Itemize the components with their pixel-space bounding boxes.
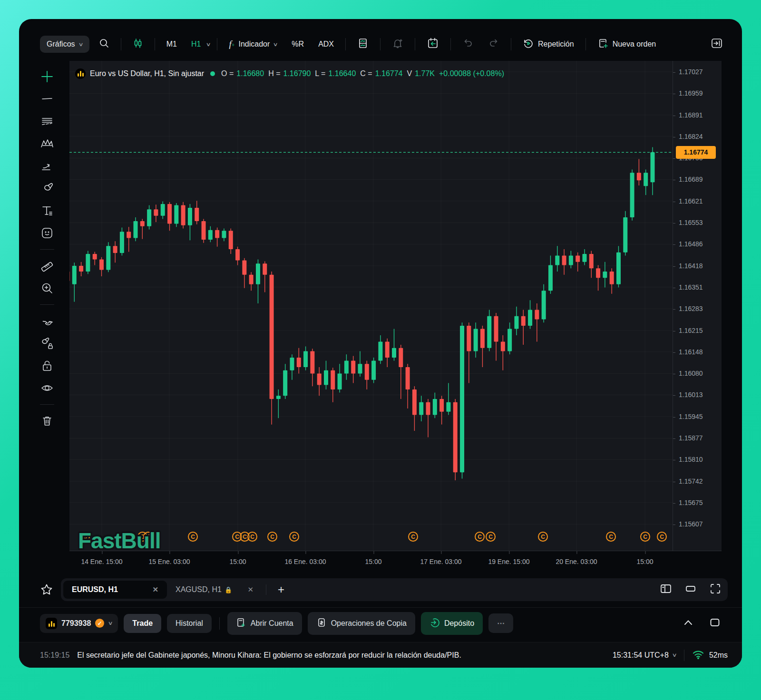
chart-type-button[interactable]	[128, 34, 148, 54]
text-tool[interactable]	[40, 204, 54, 218]
economic-calendar-button[interactable]	[422, 33, 444, 55]
indicator-adx-button[interactable]: ADX	[313, 36, 339, 52]
price-tick: 1.15945	[679, 413, 703, 420]
more-button[interactable]: ⋯	[488, 613, 513, 633]
adx-label: ADX	[318, 40, 334, 49]
price-tick: 1.16486	[679, 240, 703, 248]
account-bar: 7793938 ✓ ∨ Trade Historial Abrir Cuenta…	[19, 607, 742, 639]
window-mode-button[interactable]	[684, 583, 697, 597]
forecast-arrow-tool[interactable]	[40, 159, 54, 173]
zoom-in-tool[interactable]	[40, 281, 54, 295]
brush-tool[interactable]	[40, 181, 54, 195]
favorites-button[interactable]	[40, 583, 61, 596]
price-axis[interactable]: 1.170271.169591.168911.168241.167561.166…	[673, 61, 722, 551]
chevron-down-icon: ∨	[108, 620, 113, 626]
tab-xagusd[interactable]: XAGUSD, H1🔒 ✕	[167, 581, 262, 599]
toolbar-separator	[345, 38, 346, 50]
draw-lock-tool[interactable]	[40, 336, 54, 350]
function-icon: f+	[229, 39, 234, 49]
time-tick: 14 Ene. 15:00	[81, 558, 122, 565]
replay-button[interactable]: Repetición	[518, 34, 579, 55]
visibility-tool[interactable]	[40, 381, 54, 395]
lock-tool[interactable]	[40, 359, 54, 373]
close-icon[interactable]: ✕	[152, 585, 158, 594]
trade-button[interactable]: Trade	[124, 614, 161, 633]
chart-canvas[interactable]	[69, 61, 673, 551]
collapse-bar-button[interactable]	[682, 616, 694, 631]
toolbar-separator	[585, 38, 586, 50]
price-tick: 1.16959	[679, 89, 703, 97]
price-tick: 1.16148	[679, 348, 703, 356]
fullscreen-button[interactable]	[709, 583, 722, 597]
time-tick: 15 Ene. 03:00	[148, 558, 190, 565]
trend-line-tool[interactable]	[40, 92, 54, 106]
timeframe-m1-button[interactable]: M1	[162, 36, 182, 52]
indicator-label: Indicador	[238, 40, 270, 49]
open-account-button[interactable]: Abrir Cuenta	[227, 612, 302, 635]
price-tick: 1.15810	[679, 456, 703, 463]
magnet-tool[interactable]	[40, 314, 54, 328]
price-tick: 1.15742	[679, 477, 703, 485]
wifi-icon	[692, 649, 704, 661]
news-headline[interactable]: El secretario jefe del Gabinete japonés,…	[77, 651, 461, 660]
ruler-tool[interactable]	[40, 259, 54, 273]
deposit-button[interactable]: Depósito	[421, 612, 483, 635]
price-tick: 1.16689	[679, 175, 703, 183]
redo-button[interactable]	[483, 34, 504, 55]
tab-eurusd-label: EURUSD, H1	[72, 585, 118, 594]
emoji-tool[interactable]	[40, 226, 54, 240]
timeframe-m1-label: M1	[166, 40, 177, 49]
delete-tool[interactable]	[40, 414, 54, 428]
candlestick-plot[interactable]: Euro vs US Dollar, H1, Sin ajustar O =1.…	[69, 61, 673, 551]
history-button[interactable]: Historial	[167, 614, 212, 633]
low-value: L =1.16640	[315, 69, 356, 78]
pattern-tool[interactable]	[40, 136, 54, 151]
open-account-icon	[236, 617, 246, 630]
connection-status: 52ms	[692, 649, 728, 661]
indicator-button[interactable]: f+ Indicador ∨	[224, 35, 282, 53]
alert-button[interactable]	[387, 34, 408, 55]
account-selector[interactable]: 7793938 ✓ ∨	[40, 614, 118, 633]
time-tick: 15:00	[229, 558, 246, 565]
new-order-button[interactable]: Nueva orden	[593, 34, 661, 55]
chevron-down-icon[interactable]: ∨	[206, 41, 211, 48]
collapse-panel-button[interactable]	[706, 33, 728, 55]
indicator-wpr-button[interactable]: %R	[287, 36, 309, 52]
copyright-icon: C	[475, 532, 485, 542]
toolbar-separator	[121, 38, 121, 50]
template-icon	[357, 38, 369, 51]
copyright-icon: C	[657, 532, 667, 542]
charts-menu-button[interactable]: Gráficos ∨	[40, 36, 89, 53]
undo-button[interactable]	[458, 34, 478, 55]
star-icon	[42, 585, 52, 594]
price-tick: 1.15607	[679, 520, 703, 528]
layout-split-button[interactable]	[660, 583, 672, 597]
tools-separator	[40, 404, 54, 405]
time-axis[interactable]: 14 Ene. 15:0015 Ene. 03:0015:0016 Ene. 0…	[69, 551, 728, 574]
account-id: 7793938	[61, 619, 91, 628]
symbol-title[interactable]: Euro vs US Dollar, H1, Sin ajustar	[90, 69, 204, 78]
chevron-down-icon: ∨	[78, 41, 83, 48]
last-price-label: 1.16774	[676, 146, 716, 159]
calendar-arrow-icon	[427, 37, 439, 51]
server-clock[interactable]: 15:31:54 UTC+8 ∨	[613, 651, 676, 660]
drawing-toolbar	[40, 61, 69, 574]
fib-lines-tool[interactable]	[40, 114, 54, 128]
crosshair-tool[interactable]	[40, 69, 54, 84]
add-tab-button[interactable]: +	[270, 583, 292, 596]
toolbar-separator	[415, 38, 415, 50]
tabs-separator	[266, 584, 266, 595]
price-tick: 1.16418	[679, 262, 703, 270]
tab-xagusd-label: XAGUSD, H1🔒	[176, 585, 232, 594]
price-tick: 1.15877	[679, 434, 703, 442]
copyright-icon: C	[486, 532, 496, 542]
timeframe-h1-label: H1	[191, 40, 201, 49]
timeframe-h1-button[interactable]: H1	[186, 36, 202, 52]
close-icon[interactable]: ✕	[247, 585, 254, 594]
search-button[interactable]	[94, 34, 114, 54]
templates-button[interactable]	[352, 34, 373, 55]
restore-window-button[interactable]	[709, 616, 721, 631]
tools-separator	[40, 304, 54, 305]
tab-eurusd[interactable]: EURUSD, H1 ✕	[63, 581, 167, 599]
copy-trading-button[interactable]: Operaciones de Copia	[308, 612, 415, 635]
